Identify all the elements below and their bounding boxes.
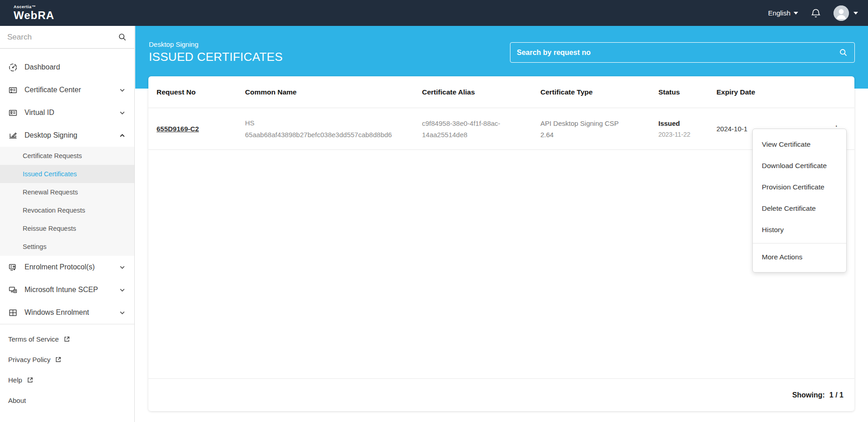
dashboard-icon bbox=[8, 63, 18, 72]
brand-product: WebRA bbox=[14, 9, 54, 21]
table-header-row: Request No Common Name Certificate Alias… bbox=[148, 76, 854, 108]
sidebar: Dashboard Certificate Center Virtual ID … bbox=[0, 26, 135, 422]
sidebar-item-label: Certificate Center bbox=[25, 86, 113, 94]
sidebar-item-label: Windows Enrolment bbox=[25, 308, 113, 317]
status-cell: Issued 2023-11-22 bbox=[658, 118, 716, 140]
link-about[interactable]: About bbox=[0, 390, 134, 411]
app-logo: Ascertia™ WebRA bbox=[14, 5, 54, 21]
column-header-certificate-alias: Certificate Alias bbox=[422, 88, 540, 96]
menu-item-provision-certificate[interactable]: Provision Certificate bbox=[753, 176, 846, 198]
intune-scep-icon bbox=[8, 285, 18, 295]
submenu-item-reissue-requests[interactable]: Reissue Requests bbox=[0, 219, 134, 238]
sidebar-item-enrolment-protocols[interactable]: Enrolment Protocol(s) bbox=[0, 256, 134, 278]
user-menu[interactable] bbox=[834, 5, 858, 21]
windows-icon bbox=[8, 308, 18, 318]
status-date: 2023-11-22 bbox=[658, 129, 716, 140]
sidebar-item-dashboard[interactable]: Dashboard bbox=[0, 56, 134, 79]
menu-item-delete-certificate[interactable]: Delete Certificate bbox=[753, 198, 846, 219]
chevron-down-icon bbox=[119, 310, 125, 316]
chevron-down-icon bbox=[853, 12, 858, 15]
language-selector[interactable]: English bbox=[768, 9, 798, 17]
chevron-up-icon bbox=[119, 133, 125, 139]
request-search-box[interactable] bbox=[510, 42, 855, 63]
submenu-item-settings[interactable]: Settings bbox=[0, 238, 134, 256]
common-name-prefix: HS bbox=[245, 117, 413, 129]
row-actions-menu: View Certificate Download Certificate Pr… bbox=[752, 129, 847, 273]
chevron-down-icon bbox=[119, 264, 125, 270]
footer-link-label: About bbox=[8, 397, 26, 404]
request-no-link[interactable]: 655D9169-C2 bbox=[157, 125, 199, 133]
sidebar-item-virtual-id[interactable]: Virtual ID bbox=[0, 101, 134, 124]
id-card-icon bbox=[8, 108, 18, 118]
column-header-expiry-date: Expiry Date bbox=[716, 88, 826, 96]
column-header-certificate-type: Certificate Type bbox=[540, 88, 658, 96]
external-link-icon bbox=[64, 336, 70, 343]
sidebar-footer: Terms of Service Privacy Policy Help Abo… bbox=[0, 324, 134, 411]
brand-company: Ascertia™ bbox=[14, 5, 54, 9]
language-label: English bbox=[768, 9, 790, 17]
menu-item-view-certificate[interactable]: View Certificate bbox=[753, 134, 846, 155]
external-link-icon bbox=[27, 377, 34, 383]
sidebar-item-label: Microsoft Intune SCEP bbox=[25, 286, 113, 294]
desktop-signing-icon bbox=[8, 131, 18, 140]
request-search-input[interactable] bbox=[517, 49, 839, 57]
sidebar-item-label: Desktop Signing bbox=[25, 131, 113, 139]
submenu-item-certificate-requests[interactable]: Certificate Requests bbox=[0, 147, 134, 165]
menu-divider bbox=[753, 243, 846, 243]
bell-icon bbox=[810, 7, 822, 19]
sidebar-item-windows-enrolment[interactable]: Windows Enrolment bbox=[0, 301, 134, 324]
status-badge: Issued bbox=[658, 118, 716, 129]
top-navbar: Ascertia™ WebRA English bbox=[0, 0, 868, 26]
sidebar-search-input[interactable] bbox=[7, 33, 118, 42]
sidebar-item-desktop-signing[interactable]: Desktop Signing bbox=[0, 124, 134, 147]
submenu-item-issued-certificates[interactable]: Issued Certificates bbox=[0, 165, 134, 183]
footer-link-label: Terms of Service bbox=[8, 335, 59, 343]
menu-item-download-certificate[interactable]: Download Certificate bbox=[753, 155, 846, 176]
column-header-common-name: Common Name bbox=[245, 88, 422, 96]
link-privacy-policy[interactable]: Privacy Policy bbox=[0, 349, 134, 370]
enrolment-protocol-icon bbox=[8, 263, 18, 272]
user-silhouette-icon bbox=[834, 5, 849, 21]
page-title: ISSUED CERTIFICATES bbox=[149, 50, 283, 64]
sidebar-item-certificate-center[interactable]: Certificate Center bbox=[0, 79, 134, 101]
table-row: 655D9169-C2 HS 65aab68af43898b27befc038e… bbox=[148, 108, 854, 150]
expiry-date: 2024-10-1 bbox=[716, 125, 747, 133]
showing-label: Showing: bbox=[792, 391, 825, 399]
common-name-cell: HS 65aab68af43898b27befc038e3dd557cab8d8… bbox=[245, 117, 422, 141]
search-icon bbox=[118, 33, 127, 42]
footer-link-label: Privacy Policy bbox=[8, 356, 50, 363]
chevron-down-icon bbox=[119, 287, 125, 293]
certificate-alias-cell: c9f84958-38e0-4f1f-88ac- 14aa25514de8 bbox=[422, 118, 540, 140]
issued-certificates-table-card: Request No Common Name Certificate Alias… bbox=[148, 76, 854, 411]
sidebar-item-label: Enrolment Protocol(s) bbox=[25, 263, 113, 271]
sidebar-item-microsoft-intune-scep[interactable]: Microsoft Intune SCEP bbox=[0, 278, 134, 301]
common-name-hash: 65aab68af43898b27befc038e3dd557cab8d8bd6 bbox=[245, 129, 412, 141]
menu-item-more-actions[interactable]: More Actions bbox=[753, 246, 846, 268]
sidebar-search[interactable] bbox=[0, 26, 134, 49]
column-header-status: Status bbox=[658, 88, 716, 96]
certificate-type-cell: API Desktop Signing CSP 2.64 bbox=[540, 118, 658, 140]
chevron-down-icon bbox=[119, 87, 125, 93]
search-icon bbox=[839, 48, 848, 57]
submenu-item-renewal-requests[interactable]: Renewal Requests bbox=[0, 183, 134, 201]
breadcrumb: Desktop Signing bbox=[149, 40, 283, 48]
desktop-signing-submenu: Certificate Requests Issued Certificates… bbox=[0, 147, 134, 256]
chevron-down-icon bbox=[119, 110, 125, 116]
certificate-icon bbox=[8, 85, 18, 95]
avatar bbox=[834, 5, 849, 21]
chevron-down-icon bbox=[794, 12, 798, 15]
table-footer: Showing: 1 / 1 bbox=[148, 378, 854, 411]
showing-value: 1 / 1 bbox=[829, 391, 843, 399]
notifications-button[interactable] bbox=[810, 7, 822, 19]
link-help[interactable]: Help bbox=[0, 370, 134, 390]
footer-link-label: Help bbox=[8, 376, 22, 384]
link-terms-of-service[interactable]: Terms of Service bbox=[0, 329, 134, 349]
sidebar-item-label: Dashboard bbox=[25, 63, 125, 71]
external-link-icon bbox=[55, 356, 62, 363]
sidebar-item-label: Virtual ID bbox=[25, 109, 113, 117]
submenu-item-revocation-requests[interactable]: Revocation Requests bbox=[0, 201, 134, 219]
column-header-request-no: Request No bbox=[148, 88, 245, 96]
menu-item-history[interactable]: History bbox=[753, 219, 846, 240]
